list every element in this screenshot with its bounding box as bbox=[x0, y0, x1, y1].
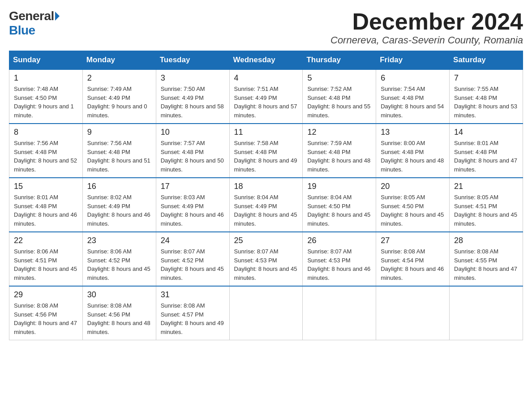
day-number: 31 bbox=[161, 290, 225, 300]
day-number: 25 bbox=[234, 236, 298, 245]
calendar-cell: 15 Sunrise: 8:01 AM Sunset: 4:48 PM Dayl… bbox=[9, 178, 83, 232]
day-info: Sunrise: 8:08 AM Sunset: 4:56 PM Dayligh… bbox=[87, 301, 151, 336]
day-info: Sunrise: 8:06 AM Sunset: 4:52 PM Dayligh… bbox=[87, 247, 151, 282]
calendar-header-tuesday: Tuesday bbox=[156, 51, 229, 70]
day-number: 6 bbox=[381, 73, 445, 83]
week-row-3: 15 Sunrise: 8:01 AM Sunset: 4:48 PM Dayl… bbox=[9, 178, 523, 232]
day-number: 17 bbox=[161, 182, 225, 191]
calendar-header-row: SundayMondayTuesdayWednesdayThursdayFrid… bbox=[9, 51, 523, 70]
calendar-cell: 30 Sunrise: 8:08 AM Sunset: 4:56 PM Dayl… bbox=[82, 286, 156, 340]
day-number: 21 bbox=[454, 182, 518, 191]
day-info: Sunrise: 7:50 AM Sunset: 4:49 PM Dayligh… bbox=[161, 85, 225, 120]
week-row-4: 22 Sunrise: 8:06 AM Sunset: 4:51 PM Dayl… bbox=[9, 232, 523, 286]
calendar-cell: 10 Sunrise: 7:57 AM Sunset: 4:48 PM Dayl… bbox=[156, 124, 229, 178]
day-info: Sunrise: 8:04 AM Sunset: 4:50 PM Dayligh… bbox=[307, 193, 371, 228]
calendar-table: SundayMondayTuesdayWednesdayThursdayFrid… bbox=[9, 51, 523, 340]
day-number: 1 bbox=[14, 73, 78, 83]
calendar-header-saturday: Saturday bbox=[450, 51, 523, 70]
calendar-header-sunday: Sunday bbox=[9, 51, 83, 70]
calendar-cell: 9 Sunrise: 7:56 AM Sunset: 4:48 PM Dayli… bbox=[82, 124, 156, 178]
day-number: 15 bbox=[14, 182, 78, 191]
day-number: 23 bbox=[87, 236, 151, 245]
day-info: Sunrise: 8:05 AM Sunset: 4:51 PM Dayligh… bbox=[454, 193, 518, 228]
week-row-1: 1 Sunrise: 7:48 AM Sunset: 4:50 PM Dayli… bbox=[9, 69, 523, 124]
calendar-cell: 27 Sunrise: 8:08 AM Sunset: 4:54 PM Dayl… bbox=[376, 232, 450, 286]
calendar-cell: 14 Sunrise: 8:01 AM Sunset: 4:48 PM Dayl… bbox=[450, 124, 523, 178]
calendar-cell: 11 Sunrise: 7:58 AM Sunset: 4:48 PM Dayl… bbox=[229, 124, 303, 178]
calendar-cell: 28 Sunrise: 8:08 AM Sunset: 4:55 PM Dayl… bbox=[450, 232, 523, 286]
calendar-cell: 29 Sunrise: 8:08 AM Sunset: 4:56 PM Dayl… bbox=[9, 286, 83, 340]
title-block: December 2024 Cornereva, Caras-Severin C… bbox=[330, 9, 523, 46]
calendar-cell bbox=[450, 286, 523, 340]
day-info: Sunrise: 8:01 AM Sunset: 4:48 PM Dayligh… bbox=[14, 193, 78, 228]
day-info: Sunrise: 7:58 AM Sunset: 4:48 PM Dayligh… bbox=[234, 139, 298, 174]
day-number: 10 bbox=[161, 128, 225, 137]
calendar-cell: 26 Sunrise: 8:07 AM Sunset: 4:53 PM Dayl… bbox=[303, 232, 376, 286]
page-header: General Blue December 2024 Cornereva, Ca… bbox=[9, 9, 523, 46]
calendar-cell: 5 Sunrise: 7:52 AM Sunset: 4:48 PM Dayli… bbox=[303, 69, 376, 124]
calendar-header-thursday: Thursday bbox=[303, 51, 376, 70]
day-number: 28 bbox=[454, 236, 518, 245]
day-info: Sunrise: 8:07 AM Sunset: 4:52 PM Dayligh… bbox=[161, 247, 225, 282]
day-number: 5 bbox=[307, 73, 371, 83]
day-number: 2 bbox=[87, 73, 151, 83]
calendar-cell: 31 Sunrise: 8:08 AM Sunset: 4:57 PM Dayl… bbox=[156, 286, 229, 340]
logo-arrow-icon bbox=[55, 12, 60, 21]
calendar-cell bbox=[229, 286, 303, 340]
day-info: Sunrise: 8:08 AM Sunset: 4:55 PM Dayligh… bbox=[454, 247, 518, 282]
day-info: Sunrise: 7:59 AM Sunset: 4:48 PM Dayligh… bbox=[307, 139, 371, 174]
calendar-cell: 16 Sunrise: 8:02 AM Sunset: 4:49 PM Dayl… bbox=[82, 178, 156, 232]
day-number: 30 bbox=[87, 290, 151, 300]
calendar-cell: 22 Sunrise: 8:06 AM Sunset: 4:51 PM Dayl… bbox=[9, 232, 83, 286]
day-info: Sunrise: 8:07 AM Sunset: 4:53 PM Dayligh… bbox=[234, 247, 298, 282]
day-number: 7 bbox=[454, 73, 518, 83]
day-info: Sunrise: 7:57 AM Sunset: 4:48 PM Dayligh… bbox=[161, 139, 225, 174]
day-info: Sunrise: 8:06 AM Sunset: 4:51 PM Dayligh… bbox=[14, 247, 78, 282]
logo: General Blue bbox=[9, 9, 60, 38]
day-number: 8 bbox=[14, 128, 78, 137]
day-info: Sunrise: 7:56 AM Sunset: 4:48 PM Dayligh… bbox=[14, 139, 78, 174]
calendar-cell: 24 Sunrise: 8:07 AM Sunset: 4:52 PM Dayl… bbox=[156, 232, 229, 286]
day-info: Sunrise: 7:52 AM Sunset: 4:48 PM Dayligh… bbox=[307, 85, 371, 120]
logo-blue: Blue bbox=[9, 23, 35, 38]
calendar-cell: 17 Sunrise: 8:03 AM Sunset: 4:49 PM Dayl… bbox=[156, 178, 229, 232]
day-info: Sunrise: 7:56 AM Sunset: 4:48 PM Dayligh… bbox=[87, 139, 151, 174]
calendar-cell bbox=[376, 286, 450, 340]
day-info: Sunrise: 8:08 AM Sunset: 4:57 PM Dayligh… bbox=[161, 301, 225, 336]
day-number: 13 bbox=[381, 128, 445, 137]
day-number: 4 bbox=[234, 73, 298, 83]
calendar-cell: 8 Sunrise: 7:56 AM Sunset: 4:48 PM Dayli… bbox=[9, 124, 83, 178]
location-title: Cornereva, Caras-Severin County, Romania bbox=[330, 34, 523, 46]
day-number: 12 bbox=[307, 128, 371, 137]
calendar-cell: 1 Sunrise: 7:48 AM Sunset: 4:50 PM Dayli… bbox=[9, 69, 83, 124]
day-info: Sunrise: 8:02 AM Sunset: 4:49 PM Dayligh… bbox=[87, 193, 151, 228]
day-info: Sunrise: 7:48 AM Sunset: 4:50 PM Dayligh… bbox=[14, 85, 78, 120]
logo-general: General bbox=[9, 9, 54, 23]
day-number: 9 bbox=[87, 128, 151, 137]
day-number: 22 bbox=[14, 236, 78, 245]
calendar-cell: 12 Sunrise: 7:59 AM Sunset: 4:48 PM Dayl… bbox=[303, 124, 376, 178]
calendar-cell: 2 Sunrise: 7:49 AM Sunset: 4:49 PM Dayli… bbox=[82, 69, 156, 124]
calendar-cell: 4 Sunrise: 7:51 AM Sunset: 4:49 PM Dayli… bbox=[229, 69, 303, 124]
calendar-cell: 13 Sunrise: 8:00 AM Sunset: 4:48 PM Dayl… bbox=[376, 124, 450, 178]
day-number: 26 bbox=[307, 236, 371, 245]
day-info: Sunrise: 8:07 AM Sunset: 4:53 PM Dayligh… bbox=[307, 247, 371, 282]
week-row-5: 29 Sunrise: 8:08 AM Sunset: 4:56 PM Dayl… bbox=[9, 286, 523, 340]
day-number: 19 bbox=[307, 182, 371, 191]
day-info: Sunrise: 8:00 AM Sunset: 4:48 PM Dayligh… bbox=[381, 139, 445, 174]
day-info: Sunrise: 8:04 AM Sunset: 4:49 PM Dayligh… bbox=[234, 193, 298, 228]
calendar-cell: 6 Sunrise: 7:54 AM Sunset: 4:48 PM Dayli… bbox=[376, 69, 450, 124]
day-number: 3 bbox=[161, 73, 225, 83]
day-info: Sunrise: 7:55 AM Sunset: 4:48 PM Dayligh… bbox=[454, 85, 518, 120]
day-number: 18 bbox=[234, 182, 298, 191]
calendar-header-monday: Monday bbox=[82, 51, 156, 70]
day-number: 29 bbox=[14, 290, 78, 300]
day-info: Sunrise: 8:05 AM Sunset: 4:50 PM Dayligh… bbox=[381, 193, 445, 228]
calendar-cell: 7 Sunrise: 7:55 AM Sunset: 4:48 PM Dayli… bbox=[450, 69, 523, 124]
day-info: Sunrise: 7:49 AM Sunset: 4:49 PM Dayligh… bbox=[87, 85, 151, 120]
calendar-cell bbox=[303, 286, 376, 340]
day-number: 14 bbox=[454, 128, 518, 137]
calendar-cell: 23 Sunrise: 8:06 AM Sunset: 4:52 PM Dayl… bbox=[82, 232, 156, 286]
month-title: December 2024 bbox=[330, 9, 523, 34]
calendar-cell: 3 Sunrise: 7:50 AM Sunset: 4:49 PM Dayli… bbox=[156, 69, 229, 124]
